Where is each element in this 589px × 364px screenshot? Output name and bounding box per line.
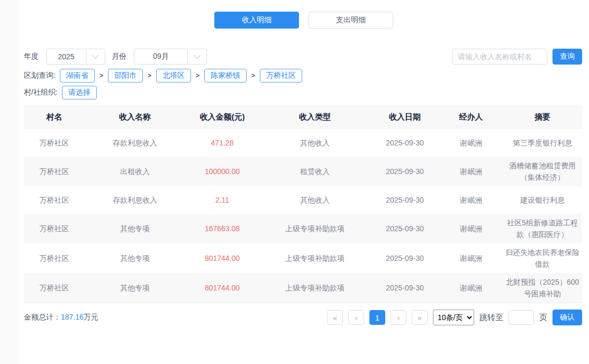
summary-cell: 归还失地农民养老保险借款: [503, 247, 582, 270]
village-select-button[interactable]: 请选择: [62, 86, 97, 99]
page-size-select[interactable]: 10条/页: [433, 310, 474, 325]
confirm-button[interactable]: 确认: [552, 310, 582, 325]
table-row: 万桥社区其他专项167663.08上级专项补助款项2025-09-30谢岷洲社区…: [24, 214, 582, 243]
income-name-cell: 存款利息收入: [85, 137, 185, 149]
operator-cell: 谢岷洲: [439, 223, 503, 234]
income-table: 村名收入名称收入金额(元)收入类型收入日期经办人摘要 万桥社区存款利息收入471…: [24, 105, 582, 303]
tab-bar: 收入明细 支出明细: [19, 0, 589, 29]
amount-cell: 801744.00: [185, 252, 259, 264]
operator-cell: 谢岷洲: [439, 137, 503, 149]
date-cell: 2025-09-30: [370, 252, 439, 264]
tab-expense-detail[interactable]: 支出明细: [309, 12, 393, 29]
village-label: 村/社组织:: [24, 88, 58, 97]
region-list: 湖南省>邵阳市>北塔区>陈家桥镇>万桥社区: [60, 69, 302, 83]
column-header-0: 村名: [24, 112, 85, 122]
region-separator: >: [196, 72, 200, 79]
summary-cell: 北财预指（2025）600号困难补助: [503, 276, 582, 299]
region-label: 区划查询:: [24, 71, 56, 80]
summary-cell: 第三季度银行利息: [503, 137, 582, 149]
region-button-4[interactable]: 万桥社区: [260, 69, 302, 83]
pagination: « ‹ 1 › » 10条/页 跳转至 页 确认: [327, 310, 582, 325]
chevron-down-icon: [86, 49, 105, 64]
total-amount: 金额总计：187.16万元: [24, 313, 98, 322]
search-button[interactable]: 查询: [552, 49, 582, 65]
date-cell: 2025-09-30: [370, 194, 439, 206]
region-button-2[interactable]: 北塔区: [156, 69, 191, 83]
page-unit-label: 页: [539, 313, 547, 323]
column-header-5: 经办人: [439, 112, 503, 122]
operator-cell: 谢岷洲: [439, 282, 503, 294]
income-type-cell: 其他收入: [259, 194, 370, 206]
month-select[interactable]: 09月: [134, 49, 207, 65]
income-name-cell: 存款利息收入: [85, 194, 185, 206]
total-value: 187.16: [61, 313, 84, 321]
search-input[interactable]: [452, 49, 547, 65]
village-cell: 万桥社区: [24, 252, 85, 264]
region-button-0[interactable]: 湖南省: [60, 69, 95, 83]
total-label: 金额总计：: [24, 313, 61, 321]
region-separator: >: [99, 72, 103, 79]
year-select-value: 2025: [47, 52, 86, 61]
filter-left: 年度 2025 月份 09月: [24, 49, 207, 65]
prev-page-button[interactable]: ‹: [348, 310, 364, 325]
column-header-3: 收入类型: [259, 112, 370, 122]
amount-cell: 100000.00: [185, 166, 259, 177]
income-type-cell: 其他收入: [259, 137, 370, 149]
income-name-cell: 其他专项: [85, 223, 185, 234]
first-page-button[interactable]: «: [327, 310, 343, 325]
income-name-cell: 其他专项: [85, 252, 185, 264]
region-breadcrumb: 区划查询: 湖南省>邵阳市>北塔区>陈家桥镇>万桥社区: [24, 69, 582, 83]
region-separator: >: [148, 72, 151, 79]
main-content: 收入明细 支出明细 年度 2025 月份 09月 查询 区划查询: 湖南省>邵阳…: [19, 0, 589, 364]
left-strip: [0, 0, 19, 364]
operator-cell: 谢岷洲: [439, 252, 503, 264]
amount-cell: 801744.00: [185, 282, 259, 294]
jump-to-label: 跳转至: [479, 313, 503, 323]
amount-cell: 2.11: [185, 194, 259, 206]
current-page-button[interactable]: 1: [369, 310, 385, 325]
income-type-cell: 上级专项补助款项: [259, 223, 370, 234]
tab-income-detail[interactable]: 收入明细: [214, 12, 299, 29]
table-row: 万桥社区其他专项801744.00上级专项补助款项2025-09-30谢岷洲北财…: [24, 273, 582, 303]
region-button-3[interactable]: 陈家桥镇: [204, 69, 247, 83]
column-header-4: 收入日期: [370, 112, 439, 122]
village-cell: 万桥社区: [24, 194, 85, 206]
summary-cell: 建设银行利息: [503, 194, 582, 206]
income-type-cell: 上级专项补助款项: [259, 252, 370, 264]
filter-row: 年度 2025 月份 09月 查询: [24, 49, 582, 65]
table-row: 万桥社区其他专项801744.00上级专项补助款项2025-09-30谢岷洲归还…: [24, 243, 582, 273]
summary-cell: 社区5组新修道路工程款（惠阳医疗）: [503, 217, 582, 240]
income-name-cell: 其他专项: [85, 282, 185, 294]
column-header-6: 摘要: [503, 112, 582, 122]
year-label: 年度: [24, 52, 39, 61]
village-cell: 万桥社区: [24, 223, 85, 234]
date-cell: 2025-09-30: [370, 166, 439, 177]
village-cell: 万桥社区: [24, 137, 85, 149]
date-cell: 2025-09-30: [370, 223, 439, 234]
summary-cell: 酒糟储蓄池租赁费用（集体经济）: [503, 160, 582, 183]
month-select-value: 09月: [134, 52, 187, 61]
region-separator: >: [251, 72, 255, 79]
table-row: 万桥社区存款利息收入471.28其他收入2025-09-30谢岷洲第三季度银行利…: [24, 129, 582, 157]
income-type-cell: 上级专项补助款项: [259, 282, 370, 294]
filter-right: 查询: [452, 49, 582, 65]
year-select[interactable]: 2025: [46, 49, 105, 65]
jump-page-input[interactable]: [509, 310, 534, 325]
village-row: 村/社组织: 请选择: [24, 86, 582, 99]
income-name-cell: 出租收入: [85, 166, 185, 177]
amount-cell: 471.28: [185, 137, 259, 149]
next-page-button[interactable]: ›: [391, 310, 406, 325]
chevron-down-icon: [187, 49, 206, 64]
last-page-button[interactable]: »: [412, 310, 428, 325]
amount-cell: 167663.08: [185, 223, 259, 234]
region-button-1[interactable]: 邵阳市: [108, 69, 143, 83]
column-header-1: 收入名称: [85, 112, 185, 122]
operator-cell: 谢岷洲: [439, 194, 503, 206]
village-cell: 万桥社区: [24, 282, 85, 294]
column-header-2: 收入金额(元): [185, 112, 259, 122]
table-row: 万桥社区出租收入100000.00租赁收入2025-09-30谢岷洲酒糟储蓄池租…: [24, 157, 582, 186]
month-label: 月份: [112, 52, 126, 61]
footer: 金额总计：187.16万元 « ‹ 1 › » 10条/页 跳转至 页 确认: [24, 310, 582, 325]
date-cell: 2025-09-30: [370, 137, 439, 149]
income-type-cell: 租赁收入: [259, 166, 370, 177]
